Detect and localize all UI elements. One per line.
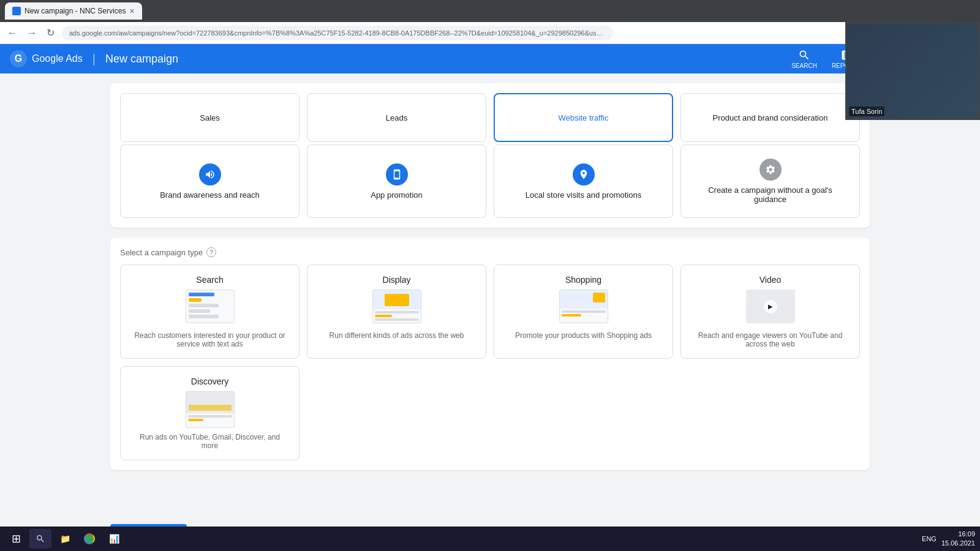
search-type-title: Search bbox=[196, 275, 223, 285]
ads-header: G Google Ads | New campaign SEARCH REPOR… bbox=[0, 44, 980, 73]
discovery-type-title: Discovery bbox=[191, 377, 228, 386]
shopping-preview bbox=[559, 290, 608, 326]
file-manager-button[interactable]: 📁 bbox=[54, 529, 76, 549]
address-bar-row: ← → ↻ ads.google.com/aw/campaigns/new?oc… bbox=[0, 22, 980, 44]
browser-tab-bar: New campaign - NNC Services × bbox=[0, 0, 980, 22]
forward-button[interactable]: → bbox=[24, 25, 39, 41]
webcam-person-name: Tufa Sorin bbox=[849, 107, 884, 116]
shopping-type-desc: Promote your products with Shopping ads bbox=[515, 331, 652, 340]
campaign-type-shopping[interactable]: Shopping Promote your products with Shop… bbox=[494, 264, 673, 359]
app-promotion-icon bbox=[386, 163, 408, 186]
svg-text:G: G bbox=[15, 53, 22, 64]
ads-logo-text: Google Ads bbox=[32, 53, 83, 64]
excel-taskbar-button[interactable]: 📊 bbox=[103, 529, 125, 549]
shopping-type-title: Shopping bbox=[565, 275, 601, 285]
search-type-desc: Reach customers interested in your produ… bbox=[130, 331, 289, 348]
select-campaign-type-text: Select a campaign type bbox=[120, 248, 203, 257]
ads-logo: G Google Ads bbox=[10, 50, 83, 67]
taskbar: ⊞ 📁 📊 ENG 16:09 15.06.2021 bbox=[0, 527, 980, 551]
help-icon[interactable]: ? bbox=[206, 247, 216, 257]
back-button[interactable]: ← bbox=[5, 25, 20, 41]
url-text: ads.google.com/aw/campaigns/new?ocid=722… bbox=[69, 29, 606, 37]
browser-chrome: New campaign - NNC Services × ← → ↻ ads.… bbox=[0, 0, 980, 44]
tab-title: New campaign - NNC Services bbox=[24, 7, 126, 15]
active-browser-tab[interactable]: New campaign - NNC Services × bbox=[5, 2, 142, 20]
browser-tabs: New campaign - NNC Services × bbox=[5, 0, 142, 22]
campaign-type-label: Select a campaign type ? bbox=[120, 247, 860, 257]
app-promotion-label: App promotion bbox=[371, 190, 423, 200]
local-store-icon bbox=[573, 163, 595, 186]
discovery-type-desc: Run ads on YouTube, Gmail, Discover, and… bbox=[130, 433, 289, 450]
campaign-type-discovery[interactable]: Discovery Run ads on YouTube, Gmail, Dis… bbox=[120, 366, 300, 460]
goal-card-no-goal[interactable]: Create a campaign without a goal's guida… bbox=[680, 144, 860, 218]
sales-label: Sales bbox=[200, 113, 220, 122]
display-type-title: Display bbox=[383, 275, 411, 285]
campaign-type-grid: Search Reach customers interested in you… bbox=[120, 264, 860, 359]
goal-card-product-brand[interactable]: Product and brand consideration bbox=[680, 93, 860, 142]
taskbar-time: 16:09 15.06.2021 bbox=[941, 530, 975, 549]
webcam-video bbox=[846, 23, 979, 119]
search-taskbar-button[interactable] bbox=[29, 529, 51, 549]
video-type-title: Video bbox=[760, 275, 782, 285]
date-display: 15.06.2021 bbox=[941, 539, 975, 548]
product-brand-label: Product and brand consideration bbox=[713, 113, 828, 122]
bottom-goals-grid: Brand awareness and reach App promotion … bbox=[120, 144, 860, 218]
address-bar[interactable]: ads.google.com/aw/campaigns/new?ocid=722… bbox=[62, 26, 613, 40]
goals-section: Sales Leads Website traffic Product and … bbox=[110, 83, 870, 228]
no-goal-label: Create a campaign without a goal's guida… bbox=[691, 186, 850, 204]
campaign-type-display[interactable]: Display Run different kinds of ads acros bbox=[307, 264, 486, 359]
brand-awareness-label: Brand awareness and reach bbox=[160, 190, 260, 200]
play-icon: ▶ bbox=[764, 300, 777, 313]
campaign-type-search[interactable]: Search Reach customers interested in you… bbox=[120, 264, 300, 359]
leads-label: Leads bbox=[386, 113, 407, 122]
google-logo-icon: G bbox=[10, 50, 27, 67]
goal-card-leads[interactable]: Leads bbox=[307, 93, 486, 142]
goal-card-local-store[interactable]: Local store visits and promotions bbox=[494, 144, 673, 218]
taskbar-right: ENG 16:09 15.06.2021 bbox=[922, 530, 975, 549]
search-icon bbox=[798, 49, 810, 61]
browser-taskbar-button[interactable] bbox=[78, 529, 100, 549]
display-type-desc: Run different kinds of ads across the we… bbox=[330, 331, 464, 340]
reload-button[interactable]: ↻ bbox=[44, 24, 57, 41]
campaign-type-video[interactable]: Video ▶ Reach and engage viewers on YouT… bbox=[680, 264, 860, 359]
goal-card-app-promotion[interactable]: App promotion bbox=[307, 144, 486, 218]
website-traffic-label: Website traffic bbox=[559, 113, 609, 122]
top-goals-grid: Sales Leads Website traffic Product and … bbox=[120, 93, 860, 142]
goal-card-brand-awareness[interactable]: Brand awareness and reach bbox=[120, 144, 300, 218]
close-tab-icon[interactable]: × bbox=[129, 6, 134, 16]
search-preview bbox=[186, 290, 235, 326]
time-display: 16:09 bbox=[941, 530, 975, 539]
tab-favicon bbox=[12, 7, 21, 15]
video-preview: ▶ bbox=[746, 290, 795, 326]
language-indicator: ENG bbox=[922, 535, 937, 542]
webcam-overlay: Tufa Sorin bbox=[845, 22, 980, 120]
goal-card-website-traffic[interactable]: Website traffic bbox=[494, 93, 673, 142]
search-label: SEARCH bbox=[791, 62, 817, 69]
video-type-desc: Reach and engage viewers on YouTube and … bbox=[691, 331, 850, 348]
discovery-preview bbox=[186, 391, 235, 428]
start-button[interactable]: ⊞ bbox=[5, 529, 27, 549]
discovery-row: Discovery Run ads on YouTube, Gmail, Dis… bbox=[120, 366, 860, 460]
brand-awareness-icon bbox=[199, 163, 221, 186]
header-divider: | bbox=[92, 52, 96, 66]
search-button[interactable]: SEARCH bbox=[785, 47, 823, 72]
page-title: New campaign bbox=[105, 53, 178, 66]
no-goal-icon bbox=[760, 159, 782, 181]
main-content: Sales Leads Website traffic Product and … bbox=[0, 73, 980, 514]
goal-card-sales[interactable]: Sales bbox=[120, 93, 300, 142]
campaign-type-section: Select a campaign type ? Search Reach cu… bbox=[110, 238, 870, 470]
local-store-label: Local store visits and promotions bbox=[526, 190, 641, 200]
display-preview bbox=[372, 290, 421, 326]
